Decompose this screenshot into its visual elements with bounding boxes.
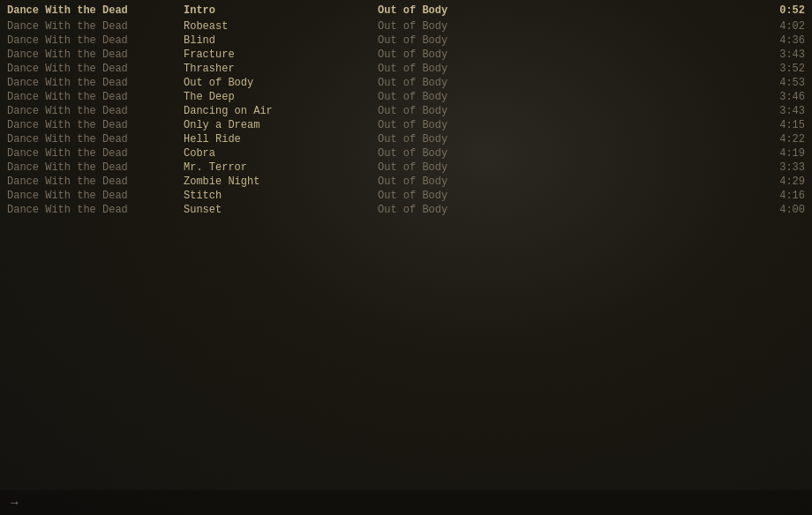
track-row[interactable]: Dance With the DeadThrasherOut of Body3:… [0, 62, 812, 76]
track-title: Thrasher [184, 63, 378, 75]
track-duration: 3:33 [752, 161, 805, 174]
header-artist: Dance With the Dead [7, 4, 184, 17]
track-title: Out of Body [184, 77, 378, 89]
track-title: Dancing on Air [184, 105, 378, 117]
track-duration: 3:46 [752, 91, 805, 103]
track-artist: Dance With the Dead [7, 91, 184, 103]
track-duration: 3:43 [752, 105, 805, 117]
track-duration: 3:52 [752, 63, 805, 75]
track-artist: Dance With the Dead [7, 49, 184, 61]
track-title: Only a Dream [184, 119, 378, 131]
track-artist: Dance With the Dead [7, 161, 184, 174]
header-album: Out of Body [378, 4, 752, 17]
track-title: Fracture [184, 49, 378, 61]
track-album: Out of Body [378, 133, 752, 146]
header-duration: 0:52 [752, 4, 805, 17]
track-artist: Dance With the Dead [7, 175, 184, 188]
track-artist: Dance With the Dead [7, 77, 184, 89]
track-artist: Dance With the Dead [7, 147, 184, 160]
track-album: Out of Body [378, 105, 752, 117]
track-artist: Dance With the Dead [7, 34, 184, 47]
track-row[interactable]: Dance With the DeadFractureOut of Body3:… [0, 48, 812, 62]
track-row[interactable]: Dance With the DeadThe DeepOut of Body3:… [0, 90, 812, 104]
track-row[interactable]: Dance With the DeadMr. TerrorOut of Body… [0, 160, 812, 175]
track-artist: Dance With the Dead [7, 190, 184, 202]
track-duration: 4:22 [752, 133, 805, 146]
track-title: Mr. Terror [184, 161, 378, 174]
track-album: Out of Body [378, 63, 752, 75]
track-title: Robeast [184, 20, 378, 33]
track-duration: 4:53 [752, 77, 805, 89]
track-duration: 4:00 [752, 204, 805, 216]
track-artist: Dance With the Dead [7, 204, 184, 216]
track-album: Out of Body [378, 49, 752, 61]
track-row[interactable]: Dance With the DeadCobraOut of Body4:19 [0, 146, 812, 160]
track-artist: Dance With the Dead [7, 133, 184, 146]
track-duration: 3:43 [752, 49, 805, 61]
track-album: Out of Body [378, 175, 752, 188]
track-title: Hell Ride [184, 133, 378, 146]
track-album: Out of Body [378, 77, 752, 89]
track-album: Out of Body [378, 119, 752, 131]
track-artist: Dance With the Dead [7, 105, 184, 117]
track-row[interactable]: Dance With the DeadRobeastOut of Body4:0… [0, 19, 812, 34]
track-list: Dance With the Dead Intro Out of Body 0:… [0, 0, 812, 220]
track-artist: Dance With the Dead [7, 20, 184, 33]
arrow-icon: → [11, 496, 18, 510]
track-title: Sunset [184, 204, 378, 216]
track-row[interactable]: Dance With the DeadBlindOut of Body4:36 [0, 34, 812, 48]
track-album: Out of Body [378, 20, 752, 33]
track-row[interactable]: Dance With the DeadSunsetOut of Body4:00 [0, 203, 812, 217]
track-duration: 4:19 [752, 147, 805, 160]
track-album: Out of Body [378, 161, 752, 174]
track-duration: 4:29 [752, 175, 805, 188]
track-album: Out of Body [378, 204, 752, 216]
track-row[interactable]: Dance With the DeadZombie NightOut of Bo… [0, 175, 812, 189]
bottom-bar: → [0, 490, 812, 515]
track-duration: 4:16 [752, 190, 805, 202]
track-duration: 4:02 [752, 20, 805, 33]
track-duration: 4:36 [752, 34, 805, 47]
track-row[interactable]: Dance With the DeadDancing on AirOut of … [0, 104, 812, 118]
track-title: Zombie Night [184, 175, 378, 188]
track-title: The Deep [184, 91, 378, 103]
track-album: Out of Body [378, 34, 752, 47]
track-artist: Dance With the Dead [7, 63, 184, 75]
header-title: Intro [184, 4, 378, 17]
track-title: Cobra [184, 147, 378, 160]
track-duration: 4:15 [752, 119, 805, 131]
track-album: Out of Body [378, 190, 752, 202]
track-album: Out of Body [378, 91, 752, 103]
track-row[interactable]: Dance With the DeadOut of BodyOut of Bod… [0, 76, 812, 90]
track-title: Stitch [184, 190, 378, 202]
track-album: Out of Body [378, 147, 752, 160]
track-list-header: Dance With the Dead Intro Out of Body 0:… [0, 4, 812, 18]
track-row[interactable]: Dance With the DeadOnly a DreamOut of Bo… [0, 118, 812, 132]
track-row[interactable]: Dance With the DeadHell RideOut of Body4… [0, 132, 812, 146]
track-title: Blind [184, 34, 378, 47]
track-artist: Dance With the Dead [7, 119, 184, 131]
track-row[interactable]: Dance With the DeadStitchOut of Body4:16 [0, 189, 812, 203]
